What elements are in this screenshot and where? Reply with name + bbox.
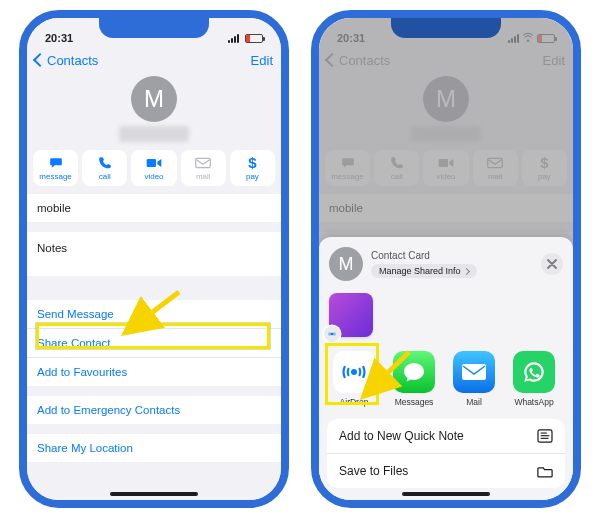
save-to-files-row[interactable]: Save to Files <box>327 454 565 488</box>
quick-note-icon <box>537 429 553 443</box>
emergency-card: Add to Emergency Contacts <box>27 396 281 424</box>
svg-rect-11 <box>541 438 549 439</box>
svg-rect-10 <box>541 435 550 436</box>
message-icon <box>48 156 64 170</box>
share-location-link[interactable]: Share My Location <box>27 434 281 462</box>
notes-label: Notes <box>37 242 67 254</box>
video-icon <box>146 156 162 170</box>
contact-name-redacted <box>119 126 189 142</box>
mail-label: mail <box>196 172 211 181</box>
send-message-link[interactable]: Send Message <box>27 300 281 329</box>
manage-shared-info-button[interactable]: Manage Shared Info <box>371 264 477 278</box>
whatsapp-label: WhatsApp <box>514 397 553 407</box>
sheet-meta: Contact Card Manage Shared Info <box>371 250 533 278</box>
notes-row[interactable]: Notes <box>27 232 281 276</box>
folder-icon <box>537 464 553 478</box>
message-label: message <box>39 172 71 181</box>
highlight-airdrop <box>325 343 379 405</box>
action-row: message call video mail $ pay <box>27 148 281 194</box>
phone-left: 20:31 Contacts Edit M message <box>19 10 289 508</box>
sheet-actions-list: Add to New Quick Note Save to Files <box>327 419 565 488</box>
whatsapp-app[interactable]: WhatsApp <box>511 351 557 407</box>
contact-preview-thumbnail[interactable] <box>329 293 373 337</box>
airdrop-mini-icon <box>324 326 340 342</box>
mobile-card: mobile <box>27 194 281 222</box>
svg-rect-1 <box>196 158 211 167</box>
pay-icon: $ <box>248 156 256 170</box>
pay-button[interactable]: $ pay <box>230 150 275 186</box>
phone-right: 20:31 Contacts Edit M message cal <box>311 10 581 508</box>
share-apps-row: AirDrop Messages Mail <box>319 345 573 411</box>
share-sheet: M Contact Card Manage Shared Info <box>319 237 573 500</box>
links-card: Send Message Share Contact Add to Favour… <box>27 300 281 386</box>
call-button[interactable]: call <box>82 150 127 186</box>
contact-header: M <box>27 74 281 148</box>
contact-detail-screen: 20:31 Contacts Edit M message <box>27 18 281 500</box>
svg-rect-9 <box>541 433 547 434</box>
svg-point-4 <box>331 333 334 336</box>
mail-button[interactable]: mail <box>181 150 226 186</box>
add-favourites-link[interactable]: Add to Favourites <box>27 358 281 386</box>
mail-app[interactable]: Mail <box>451 351 497 407</box>
pay-label: pay <box>246 172 259 181</box>
close-sheet-button[interactable] <box>541 253 563 275</box>
cell-signal-icon <box>228 34 239 43</box>
message-button[interactable]: message <box>33 150 78 186</box>
video-button[interactable]: video <box>131 150 176 186</box>
chevron-right-icon <box>463 267 470 274</box>
location-card: Share My Location <box>27 434 281 462</box>
home-indicator[interactable] <box>402 492 490 496</box>
svg-rect-6 <box>462 364 486 380</box>
share-contact-link[interactable]: Share Contact <box>27 329 281 358</box>
back-label: Contacts <box>47 53 98 68</box>
nav-bar: Contacts Edit <box>27 46 281 74</box>
sheet-title: Contact Card <box>371 250 533 261</box>
status-time: 20:31 <box>45 32 73 44</box>
share-sheet-screen: 20:31 Contacts Edit M message cal <box>319 18 573 500</box>
mail-icon <box>195 156 211 170</box>
call-label: call <box>99 172 111 181</box>
back-button[interactable]: Contacts <box>35 53 98 68</box>
video-label: video <box>144 172 163 181</box>
preview-thumbnail-row <box>319 289 573 345</box>
mobile-label: mobile <box>37 202 71 214</box>
notch <box>99 18 209 38</box>
edit-button[interactable]: Edit <box>251 53 273 68</box>
add-emergency-link[interactable]: Add to Emergency Contacts <box>27 396 281 424</box>
add-quick-note-row[interactable]: Add to New Quick Note <box>327 419 565 454</box>
messages-label: Messages <box>395 397 434 407</box>
sheet-avatar: M <box>329 247 363 281</box>
notes-card: Notes <box>27 232 281 276</box>
sheet-header: M Contact Card Manage Shared Info <box>319 237 573 289</box>
home-indicator[interactable] <box>110 492 198 496</box>
status-indicators <box>228 32 263 44</box>
battery-icon <box>245 34 263 43</box>
chevron-left-icon <box>33 53 47 67</box>
mobile-row[interactable]: mobile <box>27 194 281 222</box>
messages-app[interactable]: Messages <box>391 351 437 407</box>
mail-app-label: Mail <box>466 397 482 407</box>
svg-rect-0 <box>147 159 156 167</box>
avatar[interactable]: M <box>131 76 177 122</box>
phone-icon <box>98 156 112 170</box>
